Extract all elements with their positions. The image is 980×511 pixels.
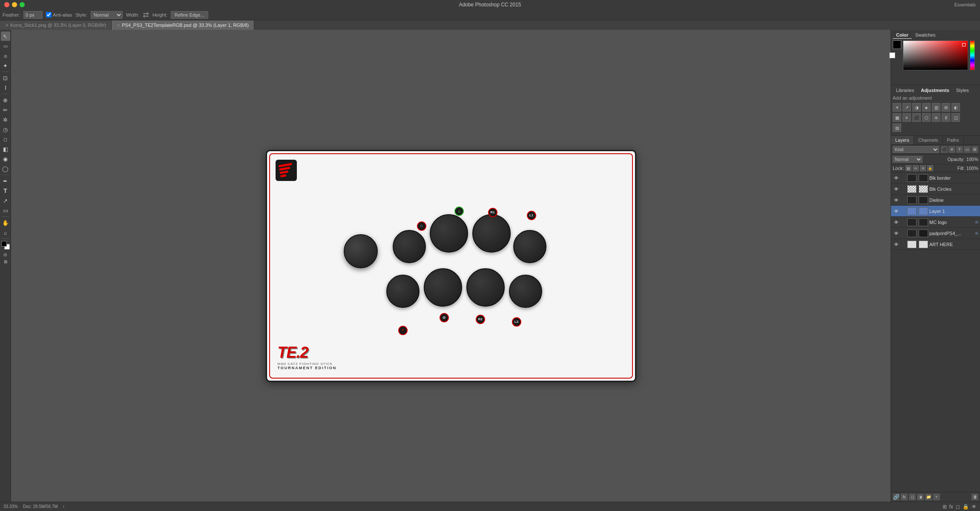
delete-layer-icon[interactable]: 🗑	[971, 494, 978, 500]
adj-threshold-icon[interactable]: ⧮	[942, 113, 950, 122]
adj-brightness-icon[interactable]: ☀	[893, 103, 901, 112]
filter-pixel-icon[interactable]: ⬛	[941, 146, 948, 153]
add-style-icon[interactable]: fx	[901, 494, 908, 500]
maximize-button[interactable]	[20, 2, 25, 7]
magic-wand-tool[interactable]: ✦	[1, 61, 10, 70]
status-icon-1[interactable]: ⊞	[943, 504, 947, 510]
adj-channelmix-icon[interactable]: ≡	[902, 113, 911, 122]
swatches-tab[interactable]: Swatches	[912, 32, 939, 39]
layer-1[interactable]: 👁 Layer 1	[891, 206, 980, 217]
dodge-tool[interactable]: ◯	[1, 164, 10, 173]
layer-blk-circles[interactable]: 👁 Blk Circles	[891, 184, 980, 195]
marquee-tool[interactable]: ▭	[1, 41, 10, 51]
type-tool[interactable]: T	[1, 186, 10, 195]
paths-tab[interactable]: Paths	[943, 136, 964, 144]
tab-ps4[interactable]: ✕ PS4_PS3_TE2TemplateRGB.psd @ 33.3% (La…	[112, 20, 254, 30]
tab-close-icon-2[interactable]: ✕	[117, 23, 120, 28]
screen-mode-button[interactable]: ⊞	[1, 258, 10, 265]
fg-color-swatch[interactable]	[893, 40, 901, 49]
color-swatches[interactable]	[1, 241, 10, 250]
status-icon-eye[interactable]: 👁	[971, 504, 977, 510]
hand-tool[interactable]: ✋	[1, 218, 10, 227]
feather-input[interactable]	[23, 11, 43, 19]
lock-transparent-icon[interactable]: ▨	[905, 165, 911, 171]
crop-tool[interactable]: ⊡	[1, 73, 10, 83]
color-hue-bar[interactable]	[970, 40, 978, 70]
adj-photofilter-icon[interactable]: ▦	[893, 113, 901, 122]
lock-paint-icon[interactable]: ✏	[913, 165, 919, 171]
eraser-tool[interactable]: ◻	[1, 135, 10, 144]
layers-tab[interactable]: Layers	[891, 136, 914, 144]
minimize-button[interactable]	[12, 2, 17, 7]
heal-tool[interactable]: ⊕	[1, 95, 10, 105]
adj-colorbalance-icon[interactable]: ⊞	[942, 103, 950, 112]
status-icon-lock[interactable]: 🔒	[963, 504, 969, 510]
channels-tab[interactable]: Channels	[914, 136, 943, 144]
brush-tool[interactable]: ✏	[1, 105, 10, 115]
fill-value[interactable]: 100%	[966, 166, 978, 171]
styles-tab[interactable]: Styles	[953, 87, 972, 94]
filter-type-icon[interactable]: T	[956, 146, 963, 153]
eyedropper-tool[interactable]: Ⅰ	[1, 83, 10, 92]
adj-selectivecolor-icon[interactable]: ▤	[893, 123, 901, 132]
status-icon-fx[interactable]: fx	[949, 504, 953, 510]
tab-close-icon[interactable]: ✕	[5, 23, 9, 28]
layer-art-here[interactable]: 👁 ART HERE	[891, 239, 980, 250]
hue-slider[interactable]	[970, 40, 975, 70]
adj-curves-icon[interactable]: ↗	[902, 103, 911, 112]
layer-eye-icon[interactable]: 👁	[893, 175, 900, 181]
new-adjustment-icon[interactable]: ◑	[917, 494, 924, 500]
lasso-tool[interactable]: ⌾	[1, 51, 10, 60]
layer-dieline[interactable]: 👁 Dieline	[891, 195, 980, 206]
status-arrow[interactable]: ›	[63, 504, 64, 509]
layer-eye-icon-6[interactable]: 👁	[893, 230, 900, 237]
link-layers-icon[interactable]: 🔗	[893, 494, 900, 500]
new-layer-icon[interactable]: +	[933, 494, 940, 500]
adj-blackwhite-icon[interactable]: ◐	[951, 103, 960, 112]
filter-shape-icon[interactable]: ▭	[964, 146, 971, 153]
quick-mask-button[interactable]: ◎	[1, 251, 10, 258]
pen-tool[interactable]: ✒	[1, 176, 10, 186]
adj-vibrance-icon[interactable]: ◈	[922, 103, 931, 112]
layer-eye-icon-2[interactable]: 👁	[893, 186, 900, 192]
anti-alias-checkbox[interactable]	[46, 12, 52, 17]
history-brush-tool[interactable]: ◷	[1, 125, 10, 134]
move-tool[interactable]: ↖	[1, 32, 10, 41]
blend-mode-select[interactable]: Normal	[893, 156, 923, 163]
bg-color-swatch[interactable]	[889, 52, 895, 58]
gradient-tool[interactable]: ◧	[1, 144, 10, 154]
lock-position-icon[interactable]: ✛	[920, 165, 926, 171]
libraries-tab[interactable]: Libraries	[893, 87, 917, 94]
blur-tool[interactable]: ◉	[1, 154, 10, 164]
opacity-value[interactable]: 100%	[966, 157, 978, 162]
status-icon-mask[interactable]: ◻	[956, 504, 960, 510]
refine-edge-button[interactable]: Refine Edge...	[171, 11, 208, 19]
adj-invert-icon[interactable]: ⬡	[922, 113, 931, 122]
layer-eye-icon-4[interactable]: 👁	[893, 208, 900, 215]
shape-tool[interactable]: ▭	[1, 206, 10, 215]
tab-korra[interactable]: ✕ Korra_Stick1.png @ 33.3% (Layer 0, RGB…	[0, 20, 112, 30]
clone-tool[interactable]: ✲	[1, 115, 10, 124]
zoom-tool[interactable]: ⌕	[1, 228, 10, 237]
layer-kind-select[interactable]: Kind	[893, 146, 939, 153]
layer-eye-icon-7[interactable]: 👁	[893, 241, 900, 248]
close-button[interactable]	[4, 2, 9, 7]
layer-mc-logo[interactable]: 👁 MC logo fx	[891, 217, 980, 228]
path-select-tool[interactable]: ↗	[1, 196, 10, 205]
adjustments-tab[interactable]: Adjustments	[917, 87, 953, 94]
filter-adjust-icon[interactable]: ☀	[948, 146, 955, 153]
background-swatch[interactable]	[1, 241, 7, 247]
adj-exposure-icon[interactable]: ◑	[912, 103, 921, 112]
color-spectrum[interactable]	[903, 40, 968, 70]
layer-padprint[interactable]: 👁 padprintPS4_... fx	[891, 228, 980, 239]
essentials-label[interactable]: Essentials	[954, 2, 976, 7]
adj-hsl-icon[interactable]: ▥	[932, 103, 940, 112]
color-tab[interactable]: Color	[893, 32, 912, 39]
layer-eye-icon-3[interactable]: 👁	[893, 197, 900, 204]
style-select[interactable]: Normal	[91, 11, 123, 19]
adj-gradientmap-icon[interactable]: ◫	[951, 113, 960, 122]
adj-colorlookup-icon[interactable]: ⬛	[912, 113, 921, 122]
new-group-icon[interactable]: 📁	[925, 494, 932, 500]
lock-all-icon[interactable]: 🔒	[927, 165, 933, 171]
layer-blk-border[interactable]: 👁 Blk border	[891, 172, 980, 184]
